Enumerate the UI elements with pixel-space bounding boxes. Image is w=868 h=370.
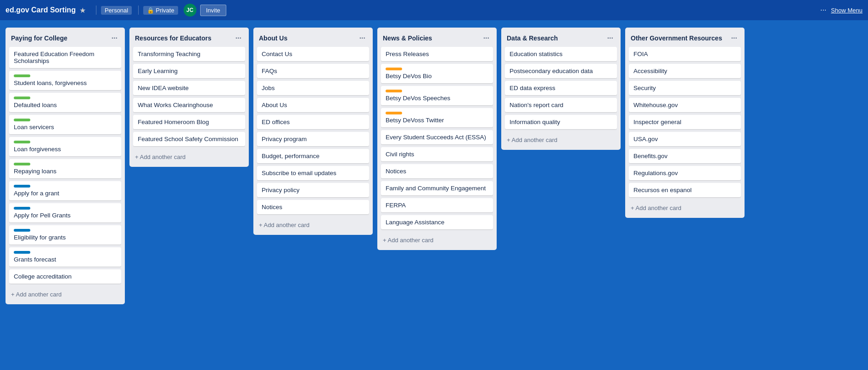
card-text: Betsy DeVos Speeches — [386, 95, 450, 102]
list-item[interactable]: Inspector general — [629, 115, 741, 129]
list-item[interactable]: Apply for a grant — [9, 181, 121, 200]
list-item[interactable]: ED data express — [505, 81, 617, 95]
list-item[interactable]: Civil rights — [381, 147, 493, 161]
column-title-resources-for-educators: Resources for Educators — [135, 34, 234, 42]
column-menu-about-us[interactable]: ··· — [358, 33, 367, 43]
column-title-other-government-resources: Other Government Resources — [631, 34, 729, 42]
card-text: Featured Homeroom Blog — [138, 119, 209, 125]
list-item[interactable]: Press Releases — [381, 47, 493, 61]
list-item[interactable]: Benefits.gov — [629, 149, 741, 163]
invite-button[interactable]: Invite — [200, 5, 226, 16]
card-text: Transforming Teaching — [138, 51, 201, 57]
list-item[interactable]: ED offices — [257, 115, 369, 129]
column-menu-paying-for-college[interactable]: ··· — [110, 33, 119, 43]
add-card-data-and-research[interactable]: + Add another card — [505, 134, 617, 146]
list-item[interactable]: Privacy policy — [257, 183, 369, 197]
list-item[interactable]: Eligibility for grants — [9, 225, 121, 245]
list-item[interactable]: Early Learning — [133, 64, 245, 78]
card-text: Betsy DeVoss Twitter — [386, 117, 444, 124]
list-item[interactable]: Whitehouse.gov — [629, 98, 741, 112]
column-menu-other-government-resources[interactable]: ··· — [729, 33, 739, 43]
card-text: Inspector general — [633, 119, 681, 125]
list-item[interactable]: FOIA — [629, 47, 741, 61]
app-header: ed.gov Card Sorting ★ Personal 🔒Private … — [0, 0, 868, 20]
column-header-data-and-research: Data & Research··· — [505, 31, 617, 47]
list-item[interactable]: Notices — [381, 164, 493, 178]
list-item[interactable]: Subscribe to email updates — [257, 166, 369, 180]
card-text: FERPA — [386, 202, 406, 209]
list-item[interactable]: Postsecondary education data — [505, 64, 617, 78]
list-item[interactable]: FERPA — [381, 198, 493, 212]
list-item[interactable]: Accessibility — [629, 64, 741, 78]
card-text: Student loans, forgiveness — [14, 80, 87, 86]
list-item[interactable]: Loan servicers — [9, 115, 121, 134]
list-item[interactable]: Information quality — [505, 115, 617, 129]
add-card-about-us[interactable]: + Add another card — [257, 219, 369, 231]
list-item[interactable]: Security — [629, 81, 741, 95]
add-card-resources-for-educators[interactable]: + Add another card — [133, 151, 245, 163]
list-item[interactable]: Featured School Safety Commission — [133, 132, 245, 146]
list-item[interactable]: Jobs — [257, 81, 369, 95]
list-item[interactable]: Betsy DeVos Bio — [381, 64, 493, 83]
list-item[interactable]: Notices — [257, 200, 369, 214]
card-bar-blue — [14, 229, 30, 232]
column-header-paying-for-college: Paying for College··· — [9, 31, 121, 47]
add-card-paying-for-college[interactable]: + Add another card — [9, 288, 121, 301]
list-item[interactable]: Contact Us — [257, 47, 369, 61]
list-item[interactable]: About Us — [257, 98, 369, 112]
list-item[interactable]: Betsy DeVoss Twitter — [381, 108, 493, 127]
personal-badge[interactable]: Personal — [101, 6, 132, 15]
list-item[interactable]: Loan forgiveness — [9, 137, 121, 156]
avatar[interactable]: JC — [184, 4, 196, 17]
list-item[interactable]: What Works Clearinghouse — [133, 98, 245, 112]
card-text: Privacy program — [262, 136, 307, 142]
lock-icon: 🔒 — [147, 7, 154, 14]
list-item[interactable]: Family and Community Engagement — [381, 181, 493, 195]
list-item[interactable]: Education statistics — [505, 47, 617, 61]
board: Paying for College···Featured Education … — [0, 20, 868, 370]
more-options-icon[interactable]: ··· — [820, 6, 826, 14]
card-bar-green — [14, 141, 30, 143]
column-news-and-policies: News & Policies···Press ReleasesBetsy De… — [377, 28, 497, 250]
list-item[interactable]: Featured Education Freedom Scholarships — [9, 47, 121, 68]
column-paying-for-college: Paying for College···Featured Education … — [6, 28, 125, 304]
add-card-news-and-policies[interactable]: + Add another card — [381, 234, 493, 246]
add-card-other-government-resources[interactable]: + Add another card — [629, 202, 741, 214]
column-menu-data-and-research[interactable]: ··· — [605, 33, 615, 43]
cards-news-and-policies: Press ReleasesBetsy DeVos BioBetsy DeVos… — [381, 47, 493, 232]
list-item[interactable]: Transforming Teaching — [133, 47, 245, 61]
card-text: Recursos en espanol — [633, 187, 692, 194]
list-item[interactable]: Nation's report card — [505, 98, 617, 112]
list-item[interactable]: Student loans, forgiveness — [9, 71, 121, 90]
column-about-us: About Us···Contact UsFAQsJobsAbout UsED … — [253, 28, 373, 235]
list-item[interactable]: USA.gov — [629, 132, 741, 146]
list-item[interactable]: Defaulted loans — [9, 93, 121, 112]
list-item[interactable]: Repaying loans — [9, 159, 121, 178]
star-icon[interactable]: ★ — [79, 6, 86, 15]
card-text: Civil rights — [386, 151, 414, 158]
list-item[interactable]: Betsy DeVos Speeches — [381, 86, 493, 105]
header-divider2 — [138, 6, 139, 15]
show-menu-link[interactable]: Show Menu — [831, 7, 862, 14]
list-item[interactable]: Privacy program — [257, 132, 369, 146]
column-menu-resources-for-educators[interactable]: ··· — [234, 33, 243, 43]
card-text: Defaulted loans — [14, 102, 57, 108]
list-item[interactable]: Regulations.gov — [629, 166, 741, 180]
list-item[interactable]: College accreditation — [9, 269, 121, 284]
card-text: Apply for Pell Grants — [14, 212, 71, 219]
list-item[interactable]: New IDEA website — [133, 81, 245, 95]
card-text: Benefits.gov — [633, 153, 667, 159]
list-item[interactable]: Every Student Succeeds Act (ESSA) — [381, 130, 493, 144]
list-item[interactable]: Grants forecast — [9, 247, 121, 267]
card-text: FOIA — [633, 51, 648, 57]
list-item[interactable]: Language Assistance — [381, 215, 493, 229]
card-text: Language Assistance — [386, 219, 444, 226]
list-item[interactable]: Featured Homeroom Blog — [133, 115, 245, 129]
private-badge[interactable]: 🔒Private — [143, 6, 178, 15]
list-item[interactable]: Recursos en espanol — [629, 183, 741, 197]
column-menu-news-and-policies[interactable]: ··· — [482, 33, 491, 43]
list-item[interactable]: Budget, performance — [257, 149, 369, 163]
list-item[interactable]: Apply for Pell Grants — [9, 203, 121, 222]
card-text: USA.gov — [633, 136, 658, 142]
list-item[interactable]: FAQs — [257, 64, 369, 78]
